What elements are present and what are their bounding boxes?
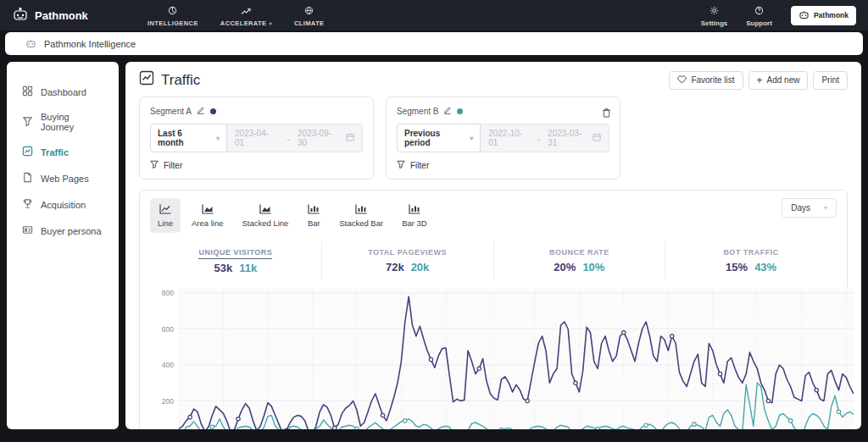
- sidebar-item-buying-journey[interactable]: Buying Journey: [7, 105, 119, 139]
- chart-type-bar-3d[interactable]: Bar 3D: [394, 198, 435, 233]
- y-axis-tick-label: 400: [162, 361, 174, 369]
- metric-label[interactable]: BOUNCE RATE: [549, 248, 609, 258]
- segment-a-filter-label: Filter: [164, 161, 182, 170]
- accelerate-icon: [241, 3, 251, 19]
- sidebar-item-acquisition[interactable]: Acquisition: [7, 191, 119, 218]
- breadcrumb-label: Pathmonk Intelligence: [44, 39, 136, 49]
- y-axis-tick-label: 600: [162, 325, 174, 334]
- nav-settings-button[interactable]: Settings: [701, 3, 728, 27]
- segment-a-filter-button[interactable]: Filter: [150, 160, 201, 170]
- chart-type-stacked-bar[interactable]: Stacked Bar: [331, 198, 391, 233]
- sidebar-item-label: Buying Journey: [41, 112, 103, 132]
- delete-segment-icon[interactable]: [602, 106, 611, 121]
- nav-support-button[interactable]: Support: [746, 3, 772, 27]
- chart-type-label: Bar 3D: [402, 218, 427, 228]
- traffic-icon: [22, 146, 33, 158]
- type-line-icon: [159, 203, 172, 217]
- chart-type-label: Line: [158, 218, 173, 228]
- segment-a-card: Segment A Last 6 month ▾ 2023-04-01: [139, 97, 374, 180]
- intelligence-icon: [168, 3, 177, 19]
- metrics-row: UNIQUE VISITORS53k11kTOTAL PAGEVIEWS72k2…: [150, 241, 837, 279]
- y-axis-tick-label: 200: [162, 397, 174, 406]
- traffic-line-chart[interactable]: Sat, 1 AprThu, 13 AprTue, 25 AprSun, 7 M…: [150, 283, 837, 429]
- chart-type-line[interactable]: Line: [150, 198, 181, 233]
- segment-a-name: Segment A: [150, 107, 192, 116]
- metric-value-segment-a: 53k: [214, 262, 233, 274]
- interval-select[interactable]: Days ▾: [782, 198, 837, 218]
- favorite-list-button[interactable]: Favorite list: [669, 71, 743, 90]
- type-bar-icon: [408, 203, 421, 217]
- metric-label[interactable]: UNIQUE VISITORS: [198, 248, 272, 259]
- edit-pencil-icon[interactable]: [197, 106, 205, 116]
- pathmonk-gray-icon: [25, 36, 36, 52]
- page-title: Traffic: [139, 70, 200, 90]
- buyer-persona-icon: [22, 224, 33, 237]
- print-button[interactable]: Print: [813, 71, 848, 90]
- add-new-label: Add new: [767, 75, 800, 85]
- nav-item-label: INTELLIGENCE: [147, 19, 198, 27]
- type-area-icon: [201, 203, 214, 217]
- arrow-right-icon: →: [533, 134, 542, 143]
- calendar-icon: [346, 133, 354, 143]
- breadcrumb[interactable]: Pathmonk Intelligence: [5, 32, 863, 55]
- nav-item-accelerate[interactable]: ACCELERATE ▾: [220, 3, 272, 27]
- chevron-down-icon: ▾: [216, 135, 220, 142]
- metric-label[interactable]: TOTAL PAGEVIEWS: [368, 248, 447, 258]
- y-axis-tick-label: 800: [162, 289, 174, 297]
- interval-value: Days: [791, 203, 810, 213]
- account-button-label: Pathmonk: [814, 11, 849, 19]
- chevron-down-icon: ▾: [824, 204, 827, 212]
- add-new-button[interactable]: + Add new: [748, 71, 809, 90]
- calendar-icon: [593, 133, 601, 143]
- metric-value-segment-b: 10%: [582, 261, 604, 273]
- metric-bounce-rate: BOUNCE RATE20%10%: [494, 241, 666, 279]
- chart-card: LineArea lineStacked LineBarStacked BarB…: [139, 190, 848, 429]
- brand-logo[interactable]: Pathmonk: [12, 8, 147, 24]
- sidebar-item-label: Buyer persona: [41, 226, 102, 236]
- nav-item-intelligence[interactable]: INTELLIGENCE: [147, 3, 198, 27]
- sidebar-item-dashboard[interactable]: Dashboard: [7, 79, 119, 105]
- chart-type-label: Bar: [308, 218, 320, 228]
- acquisition-icon: [22, 198, 33, 211]
- segment-b-card: Segment B Previous: [386, 97, 620, 180]
- segment-b-date-to: 2023-03-31: [548, 129, 587, 147]
- chart-type-stacked-line[interactable]: Stacked Line: [234, 198, 296, 233]
- brand-name: Pathmonk: [35, 9, 88, 22]
- sidebar-item-web-pages[interactable]: Web Pages: [7, 165, 119, 191]
- edit-pencil-icon[interactable]: [443, 106, 452, 116]
- chevron-down-icon: ▾: [470, 135, 473, 142]
- sidebar-item-traffic[interactable]: Traffic: [7, 139, 119, 165]
- plus-icon: +: [757, 75, 763, 86]
- segment-a-date-to: 2023-09-30: [298, 129, 340, 147]
- metric-unique-visitors: UNIQUE VISITORS53k11k: [150, 241, 322, 279]
- metric-value-segment-b: 20k: [411, 261, 430, 273]
- type-bar-icon: [354, 203, 368, 217]
- segment-b-filter-button[interactable]: Filter: [397, 160, 448, 170]
- chevron-down-icon: ▾: [270, 20, 272, 26]
- heart-icon: [677, 75, 687, 86]
- nav-mini-label: Settings: [701, 19, 728, 27]
- segment-b-color-dot: [457, 108, 463, 114]
- funnel-icon: [397, 160, 405, 170]
- account-button[interactable]: Pathmonk: [791, 6, 856, 25]
- metric-label[interactable]: BOT TRAFFIC: [723, 248, 779, 258]
- nav-item-climate[interactable]: CLIMATE: [294, 3, 325, 27]
- pathmonk-robot-icon: [12, 8, 29, 24]
- sidebar: DashboardBuying JourneyTrafficWeb PagesA…: [7, 62, 119, 429]
- nav-mini-label: Support: [746, 19, 772, 27]
- nav-item-label: ACCELERATE ▾: [220, 19, 272, 27]
- chart-type-bar[interactable]: Bar: [299, 198, 328, 233]
- segment-b-filter-label: Filter: [410, 161, 429, 170]
- segment-a-color-dot: [210, 108, 216, 114]
- segment-a-period-select[interactable]: Last 6 month ▾: [150, 124, 227, 152]
- segment-a-period-value: Last 6 month: [158, 129, 209, 147]
- segment-b-date-range[interactable]: 2022-10-01 → 2023-03-31: [481, 124, 609, 152]
- segment-b-period-select[interactable]: Previous period ▾: [397, 124, 481, 152]
- segment-a-date-range[interactable]: 2023-04-01 → 2023-09-30: [227, 124, 363, 152]
- chart-type-label: Stacked Line: [242, 218, 288, 228]
- metric-value-segment-b: 43%: [754, 261, 776, 273]
- sidebar-item-label: Acquisition: [41, 200, 86, 210]
- sidebar-item-buyer-persona[interactable]: Buyer persona: [7, 218, 119, 244]
- chart-type-area-line[interactable]: Area line: [184, 198, 231, 233]
- climate-icon: [304, 3, 314, 19]
